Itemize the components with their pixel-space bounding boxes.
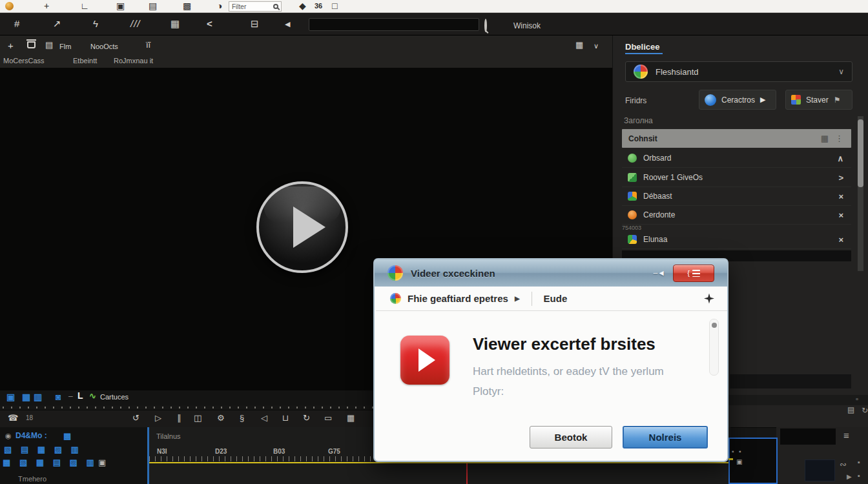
time-marker: N3I xyxy=(157,448,167,455)
snap-icon[interactable]: § xyxy=(240,413,244,423)
more-icon[interactable]: ⋮ xyxy=(835,134,843,143)
dot-icon: ▪ xyxy=(739,448,741,455)
lock-icon[interactable]: ▣ xyxy=(736,458,742,465)
grid-a-icon[interactable]: ▦ xyxy=(22,392,30,402)
trim-icon[interactable]: ⊔ xyxy=(282,413,289,423)
tab-media-generators[interactable]: MoCersCass xyxy=(3,57,45,65)
play-overlay-button[interactable] xyxy=(256,181,348,273)
mixer-icon[interactable]: ▦ xyxy=(170,18,180,30)
dialog-titlebar[interactable]: Videer cxceckinen –◄ { xyxy=(375,259,727,287)
layers-icon[interactable]: ▣ xyxy=(6,392,15,402)
copy-icon[interactable]: ⊟ xyxy=(251,18,259,30)
image-thumb-icon[interactable]: ▤ xyxy=(847,405,854,414)
save-icon[interactable]: ▣ xyxy=(116,1,125,11)
small-box-icon[interactable]: ▫ xyxy=(856,395,858,403)
play-transport-icon[interactable]: ▷ xyxy=(155,413,161,423)
media-item-flm[interactable]: Flm xyxy=(59,43,71,50)
primary-button[interactable]: Nolreis xyxy=(623,426,708,449)
main-search-input[interactable] xyxy=(309,18,479,31)
clock-icon[interactable]: ◑ xyxy=(217,1,222,11)
route-icon[interactable]: ∾ xyxy=(840,459,847,469)
track-tool-icons-row1[interactable]: ▧ ▤ ▦ ▨ ▥ xyxy=(4,445,82,454)
filter-input[interactable]: Filter xyxy=(229,1,282,12)
app-icon xyxy=(628,154,637,163)
refresh-icon[interactable]: ↻ xyxy=(862,406,868,415)
secondary-button[interactable]: Beotok xyxy=(530,426,612,449)
redo-icon[interactable]: ↻ xyxy=(303,413,310,423)
razor-tool-icon[interactable]: ϟ xyxy=(93,18,98,29)
prev-icon[interactable]: ◀ xyxy=(285,20,290,28)
clip-yellow-tick xyxy=(728,458,733,460)
close-icon[interactable]: × xyxy=(838,210,843,220)
media-item-noocts[interactable]: NooOcts xyxy=(90,43,118,50)
preview-quality-icon[interactable]: ◙ xyxy=(56,392,61,402)
loop-icon[interactable]: ↺ xyxy=(132,413,140,423)
menu-separator xyxy=(532,292,532,306)
chevron-down-icon[interactable]: ∨ xyxy=(594,42,599,50)
phone-icon[interactable]: ☎ xyxy=(8,413,18,423)
list-item[interactable]: Elunaa × xyxy=(622,230,851,249)
cursor-tool-icon[interactable]: ↗ xyxy=(53,18,61,30)
record-icon[interactable]: ◉ xyxy=(5,432,12,440)
pause-icon[interactable]: ∥ xyxy=(177,413,181,423)
share-button[interactable]: Staver ⚑ xyxy=(785,90,852,110)
tab-transitions[interactable]: Etbeintt xyxy=(73,57,97,65)
settings-gear-icon[interactable]: ⚙ xyxy=(217,413,225,423)
chevron-right-icon[interactable]: > xyxy=(838,173,843,183)
minimize-button[interactable]: –◄ xyxy=(653,268,665,277)
chevron-up-icon[interactable]: ∧ xyxy=(837,154,843,163)
connect-button[interactable]: Ceractros ▶ xyxy=(699,90,776,110)
flag-icon: ⚑ xyxy=(834,96,841,105)
open-icon[interactable]: ∟ xyxy=(80,1,89,11)
dialog-menu-item[interactable]: Fhie geaftiard epetres xyxy=(408,293,508,304)
triangle-icon[interactable]: ▶ xyxy=(847,473,852,480)
tab-video-fx[interactable]: RoJmxnau it xyxy=(114,57,153,65)
loop-region-bar[interactable] xyxy=(149,462,728,463)
panel-scrollbar-thumb[interactable] xyxy=(858,119,863,187)
list-item[interactable]: Cerdonte × xyxy=(622,206,851,225)
dialog-app-icon xyxy=(388,265,403,281)
sheets-icon[interactable]: ▤ xyxy=(45,40,53,50)
image-icon[interactable]: ▤ xyxy=(149,1,157,11)
close-icon[interactable]: × xyxy=(838,235,843,245)
grid-view-icon[interactable]: ▦ xyxy=(821,134,829,143)
grid-tool-icon[interactable]: # xyxy=(14,18,19,29)
list-item-selected[interactable]: Cohnsit ▦ ⋮ xyxy=(622,129,851,148)
add-media-icon[interactable]: + xyxy=(8,40,14,51)
slip-icon[interactable]: ◫ xyxy=(194,413,202,423)
film-icon[interactable]: ▩ xyxy=(183,1,191,11)
track-title-icon[interactable]: ▩ xyxy=(63,431,71,441)
brush-icon[interactable]: ◆ xyxy=(299,1,306,11)
grid-b-icon[interactable]: ▥ xyxy=(34,392,42,402)
back-icon[interactable]: < xyxy=(207,18,212,29)
layout-grid-icon[interactable]: ▦ xyxy=(575,40,583,50)
list-item[interactable]: Orbsard ∧ xyxy=(622,149,851,168)
dialog-title: Videer cxceckinen xyxy=(411,268,495,279)
section-label: Заголна xyxy=(624,116,653,125)
account-dropdown[interactable]: Fleshsiantd ∨ xyxy=(625,61,852,82)
viewer-dialog: Videer cxceckinen –◄ { Fhie geaftiard ep… xyxy=(373,258,728,462)
menu-icon[interactable]: ≡ xyxy=(843,430,849,441)
play-icon xyxy=(293,207,326,248)
frame-icon[interactable]: □ xyxy=(332,1,337,11)
list-item[interactable]: Roover 1 GiveOs > xyxy=(622,168,851,187)
trash-icon[interactable] xyxy=(27,41,36,48)
clip-thumbnail[interactable] xyxy=(805,459,835,481)
windows-label[interactable]: Winisok xyxy=(513,21,541,30)
close-icon[interactable]: × xyxy=(838,192,843,201)
search-icon[interactable] xyxy=(484,19,487,32)
playhead-cursor[interactable] xyxy=(466,463,468,484)
envelope-tool-icon[interactable]: /// xyxy=(130,18,141,29)
audio-icon[interactable]: ◁ xyxy=(261,413,267,423)
info-icon[interactable]: ïĩ xyxy=(146,40,150,50)
list-item[interactable]: Débaast × xyxy=(622,187,851,206)
region-icon[interactable]: ▭ xyxy=(324,413,332,423)
track-extra-icon[interactable]: ▣ xyxy=(98,458,106,467)
dialog-menu-item-guide[interactable]: Eude xyxy=(544,293,568,304)
counter-icon[interactable]: 36 xyxy=(315,2,322,10)
close-button[interactable]: { xyxy=(673,265,714,282)
sparkle-icon[interactable] xyxy=(704,294,714,304)
film-strip-icon[interactable]: ▦ xyxy=(347,413,355,423)
add-icon[interactable]: + xyxy=(44,1,49,11)
track-tool-icons-row2[interactable]: ▩ ▧ ▦ ▤ ▨ ▥ xyxy=(3,458,98,467)
